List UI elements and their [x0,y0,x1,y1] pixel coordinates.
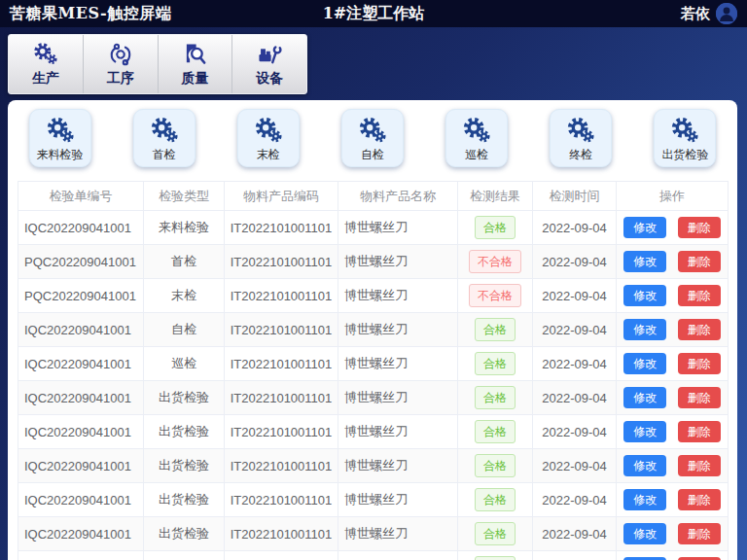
table-row: IQC202209041001 来料检验 IT2022101001101 博世螺… [18,211,729,245]
edit-button[interactable]: 修改 [623,251,666,272]
actions-cell: 修改 删除 [617,415,729,449]
product-code: IT2022101001101 [225,279,338,313]
tab-production[interactable]: 生产 [9,35,84,93]
actions-cell: 修改 删除 [617,483,729,517]
inspection-cell: 出货检验 [633,109,737,179]
inspection-order-no: IQC202209041001 [18,415,144,449]
result-cell: 合格 [458,381,533,415]
inspection-date: 2022-09-04 [533,211,617,245]
result-badge: 合格 [475,522,516,545]
station-title: 1#注塑工作站 [252,4,494,24]
avatar[interactable] [716,3,737,24]
inspection-cell: 巡检 [425,109,529,179]
inspection-button-2[interactable]: 首检 [133,109,196,167]
inspection-date: 2022-09-04 [533,381,617,415]
user-menu[interactable]: 若依 [495,3,737,24]
inspection-button-7[interactable]: 出货检验 [654,109,716,167]
delete-button[interactable]: 删除 [678,251,721,272]
actions-cell: 修改 删除 [617,381,729,415]
topbar: 苦糖果MES-触控屏端 1#注塑工作站 若依 [0,0,747,27]
inspection-date: 2022-09-04 [533,517,617,551]
column-header: 操作 [617,182,729,211]
table-row: PQC202209041001 首检 IT2022101001101 博世螺丝刀… [18,245,729,279]
table-row: IQC202209041001 出货检验 IT2022101001101 博世螺… [18,381,729,415]
product-code: IT2022101001101 [225,449,338,483]
delete-button[interactable]: 删除 [678,455,721,476]
inspection-button-label: 末检 [257,147,280,163]
inspection-button-6[interactable]: 终检 [550,109,612,167]
result-cell: 合格 [458,449,533,483]
delete-button[interactable]: 删除 [678,217,721,238]
inspection-type: 出货检验 [144,449,225,483]
inspection-order-no: IQC202209041001 [18,313,144,347]
product-name: 博世螺丝刀 [338,211,458,245]
edit-button[interactable]: 修改 [623,319,666,340]
table-row: PQC202209041001 末检 IT2022101001101 博世螺丝刀… [18,279,729,313]
delete-button[interactable]: 删除 [678,319,721,340]
column-header: 物料产品编码 [225,182,338,211]
content-panel: 来料检验 首检 末检 [8,100,737,560]
product-code: IT2022101001101 [225,245,338,279]
delete-button[interactable]: 删除 [678,353,721,374]
delete-button[interactable]: 删除 [678,523,721,544]
inspection-button-1[interactable]: 来料检验 [29,109,91,167]
screen: 苦糖果MES-触控屏端 1#注塑工作站 若依 [0,0,747,560]
result-badge: 合格 [475,556,516,560]
edit-button[interactable]: 修改 [623,217,666,238]
inspection-type: 自检 [144,313,225,347]
delete-button[interactable]: 删除 [678,421,721,442]
inspection-button-label: 首检 [153,147,176,163]
inspection-date: 2022-09-04 [533,347,617,381]
inspection-type: 巡检 [144,347,225,381]
delete-button[interactable]: 删除 [678,489,721,510]
quality-inspect-icon [182,42,207,67]
tab-label: 工序 [107,70,134,88]
inspection-order-no: IQC202209041001 [18,517,144,551]
tab-equipment[interactable]: 设备 [232,35,306,93]
inspection-button-3[interactable]: 末检 [237,109,300,167]
column-header: 检测结果 [458,182,533,211]
inspection-button-5[interactable]: 巡检 [445,109,508,167]
table-row: IQC202209041001 出货检验 IT2022101001101 博世螺… [18,415,729,449]
result-cell: 不合格 [458,279,533,313]
result-badge: 合格 [475,386,516,409]
gears-icon [670,117,699,146]
inspection-date: 2022-09-04 [533,415,617,449]
inspection-type: 来料检验 [144,211,225,245]
inspection-type: 出货检验 [144,415,225,449]
table-row: IQC202209041001 自检 IT2022101001101 博世螺丝刀… [18,313,729,347]
edit-button[interactable]: 修改 [623,455,666,476]
delete-button[interactable]: 删除 [678,285,721,306]
edit-button[interactable]: 修改 [623,523,666,544]
product-code: IT2022101001101 [225,347,338,381]
edit-button[interactable]: 修改 [623,285,666,306]
result-cell: 合格 [458,415,533,449]
app-title: 苦糖果MES-触控屏端 [10,4,252,24]
inspection-cell: 来料检验 [8,109,112,179]
table-header-row: 检验单编号检验类型物料产品编码物料产品名称检测结果检测时间操作 [18,182,729,211]
edit-button[interactable]: 修改 [623,353,666,374]
inspection-cell: 终检 [529,109,633,179]
product-name: 博世螺丝刀 [338,313,458,347]
inspection-order-no: IQC202209041001 [18,211,144,245]
result-cell: 合格 [458,551,533,560]
actions-cell: 修改 删除 [617,347,729,381]
inspection-order-no: PQC202209041001 [18,279,144,313]
inspection-button-4[interactable]: 自检 [341,109,404,167]
edit-button[interactable]: 修改 [623,421,666,442]
tab-process[interactable]: 工序 [84,35,159,93]
process-flow-icon [108,42,133,67]
inspection-type: 末检 [144,279,225,313]
edit-button[interactable]: 修改 [623,387,666,408]
gears-icon [566,117,595,146]
column-header: 检验类型 [144,182,225,211]
edit-button[interactable]: 修改 [623,489,666,510]
tab-quality[interactable]: 质量 [159,35,233,93]
username: 若依 [681,5,710,23]
product-name: 博世螺丝刀 [338,415,458,449]
product-code: IT2022101001101 [225,551,338,560]
product-name: 博世螺丝刀 [338,279,458,313]
delete-button[interactable]: 删除 [678,387,721,408]
column-header: 物料产品名称 [338,182,458,211]
inspection-cell: 自检 [320,109,424,179]
